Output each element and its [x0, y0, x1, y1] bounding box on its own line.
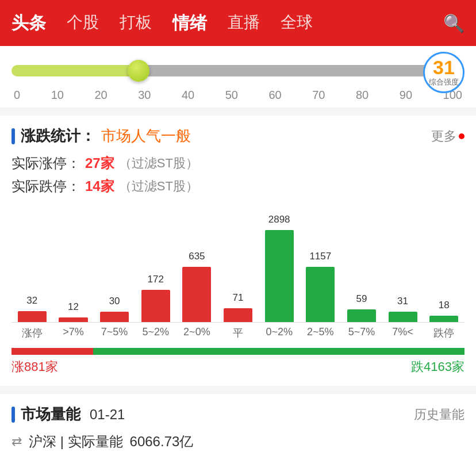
bar-col-4: 635 — [176, 207, 218, 322]
more-label: 更多 — [431, 128, 456, 145]
section-bar — [11, 128, 15, 144]
bar-rect-0 — [18, 311, 47, 322]
section-header-volume: 市场量能 01-21 历史量能 — [11, 404, 465, 424]
volume-row1-value: 6066.73亿 — [130, 432, 194, 451]
bar-rect-3 — [141, 290, 170, 322]
bar-col-6: 2898 — [259, 207, 300, 322]
bar-col-9: 31 — [382, 207, 424, 322]
bar-rect-9 — [389, 312, 417, 322]
slider-label-0: 0 — [14, 89, 20, 102]
bar-label-8: 5~7% — [341, 323, 382, 340]
slider-label-10: 10 — [51, 89, 64, 102]
bar-rect-6 — [265, 230, 294, 322]
bar-value-6: 2898 — [268, 214, 290, 225]
rise-fall-progress-bar — [11, 348, 465, 355]
rise-fall-labels: 涨881家 跌4163家 — [11, 358, 465, 376]
slider-label-70: 70 — [312, 89, 325, 102]
slider-labels: 0 10 20 30 40 50 60 70 80 90 100 — [11, 89, 465, 102]
rise-stop-row: 实际涨停： 27家 （过滤ST股） — [11, 154, 465, 173]
bar-value-0: 32 — [26, 295, 37, 307]
bar-value-10: 18 — [439, 300, 450, 311]
volume-arrow-icon: ⇄ — [11, 434, 22, 449]
fall-stop-count: 14家 — [85, 177, 114, 196]
bar-rect-4 — [182, 267, 211, 322]
bar-value-3: 172 — [148, 274, 164, 285]
volume-row-1: ⇄ 沪深 | 实际量能 6066.73亿 — [11, 432, 465, 451]
bar-col-8: 59 — [341, 207, 382, 322]
nav-bar: 头条 个股 打板 情绪 直播 全球 — [11, 12, 443, 35]
rise-stop-label: 实际涨停： — [11, 154, 80, 173]
history-volume-link[interactable]: 历史量能 — [414, 406, 465, 423]
bar-rect-7 — [306, 267, 335, 322]
slider-label-40: 40 — [182, 89, 194, 102]
section-title-rise-fall: 涨跌统计： 市场人气一般 — [11, 126, 191, 146]
bar-col-2: 30 — [94, 207, 135, 322]
section-title-volume: 市场量能 01-21 — [11, 404, 125, 424]
fall-stop-row: 实际跌停： 14家 （过滤ST股） — [11, 177, 465, 196]
header: 头条 个股 打板 情绪 直播 全球 🔍 — [0, 0, 476, 46]
nav-item-global[interactable]: 全球 — [281, 12, 313, 35]
bar-label-10: 跌停 — [423, 323, 465, 340]
bar-label-5: 平 — [217, 323, 259, 340]
rise-portion — [11, 348, 93, 355]
bar-value-4: 635 — [189, 251, 205, 262]
fall-portion — [93, 348, 465, 355]
bar-label-7: 2~5% — [300, 323, 341, 340]
fall-total-label: 跌4163家 — [411, 358, 465, 376]
slider-label-80: 80 — [356, 89, 368, 102]
search-icon[interactable]: 🔍 — [443, 13, 465, 33]
bar-value-5: 71 — [233, 292, 244, 304]
bar-rect-10 — [429, 316, 458, 322]
volume-title: 市场量能 — [21, 404, 80, 424]
slider-label-60: 60 — [268, 89, 281, 102]
bar-label-1: >7% — [53, 323, 94, 340]
bar-value-7: 1157 — [309, 251, 331, 262]
bar-label-4: 2~0% — [176, 323, 218, 340]
bar-label-row: 涨停>7%7~5%5~2%2~0%平0~2%2~5%5~7%7%<跌停 — [11, 322, 465, 340]
bar-col-10: 18 — [423, 207, 465, 322]
section-title-text: 涨跌统计： — [21, 126, 95, 146]
bar-col-0: 32 — [11, 207, 53, 322]
bar-value-9: 31 — [397, 296, 408, 307]
bar-label-2: 7~5% — [94, 323, 135, 340]
volume-date: 01-21 — [90, 407, 125, 423]
bar-col-1: 12 — [53, 207, 94, 322]
slider-track[interactable] — [11, 65, 465, 76]
slider-label-90: 90 — [400, 89, 412, 102]
volume-section: 市场量能 01-21 历史量能 ⇄ 沪深 | 实际量能 6066.73亿 今日 … — [0, 394, 476, 452]
bar-value-8: 59 — [356, 293, 367, 305]
bar-label-9: 7%< — [382, 323, 424, 340]
strength-number: 31 — [433, 58, 455, 77]
bar-col-3: 172 — [135, 207, 176, 322]
section-header-rise-fall: 涨跌统计： 市场人气一般 更多 — [11, 126, 465, 146]
bar-chart: 3212301726357128981157593118 — [11, 207, 465, 322]
bar-value-1: 12 — [68, 301, 79, 313]
section-bar-volume — [11, 407, 15, 423]
nav-item-live[interactable]: 直播 — [228, 12, 260, 35]
rise-stop-count: 27家 — [85, 154, 114, 173]
section-subtitle: 市场人气一般 — [101, 126, 191, 146]
slider-label-50: 50 — [225, 89, 238, 102]
red-dot — [459, 133, 465, 139]
fall-stop-filter: （过滤ST股） — [119, 178, 198, 195]
strength-badge: 31 综合强度 — [423, 52, 465, 93]
slider-label-30: 30 — [138, 89, 151, 102]
rise-total-label: 涨881家 — [11, 358, 58, 376]
bar-rect-2 — [100, 312, 129, 322]
volume-row1-prefix: 沪深 | 实际量能 — [29, 432, 123, 451]
strength-label: 综合强度 — [429, 77, 459, 87]
bar-label-0: 涨停 — [11, 323, 53, 340]
bar-rect-8 — [347, 309, 376, 322]
bar-label-6: 0~2% — [259, 323, 300, 340]
rise-fall-section: 涨跌统计： 市场人气一般 更多 实际涨停： 27家 （过滤ST股） 实际跌停： … — [0, 116, 476, 386]
nav-item-sentiment[interactable]: 情绪 — [172, 12, 207, 35]
rise-stop-filter: （过滤ST股） — [119, 155, 198, 172]
nav-item-board[interactable]: 打板 — [120, 12, 152, 35]
more-button[interactable]: 更多 — [431, 128, 465, 145]
bar-col-5: 71 — [217, 207, 259, 322]
nav-item-stocks[interactable]: 个股 — [67, 12, 99, 35]
bar-rect-1 — [59, 317, 87, 322]
fall-stop-label: 实际跌停： — [11, 177, 80, 196]
nav-item-headlines[interactable]: 头条 — [11, 12, 46, 35]
slider-thumb[interactable] — [128, 60, 149, 82]
